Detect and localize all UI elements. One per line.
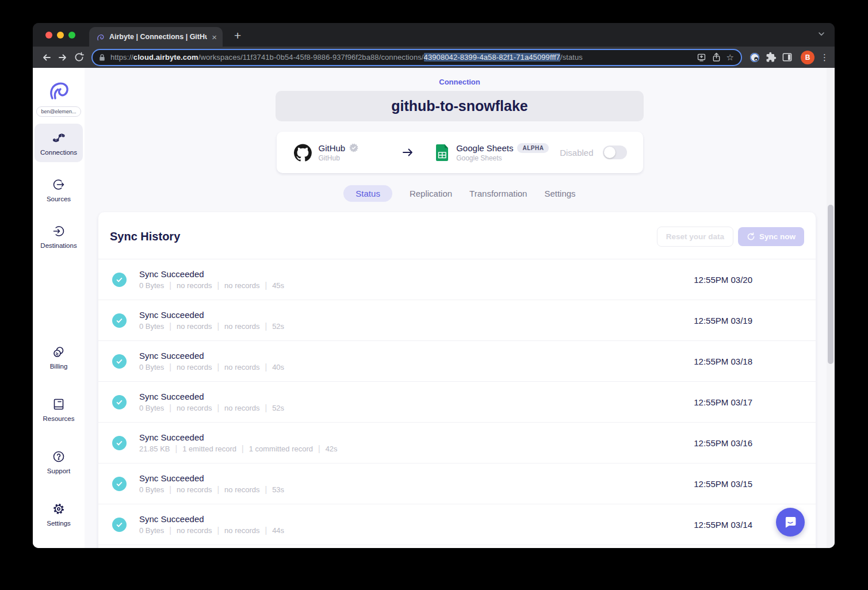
- back-icon[interactable]: [39, 49, 55, 66]
- tab-settings[interactable]: Settings: [544, 185, 575, 202]
- reload-icon[interactable]: [71, 49, 87, 66]
- tab-search-chevron-icon[interactable]: [817, 30, 825, 38]
- sync-row[interactable]: Sync Succeeded 0 Bytes|no records|no rec…: [98, 463, 816, 504]
- sync-row-stats: 0 Bytes|no records|no records|52s: [139, 321, 284, 331]
- browser-tab[interactable]: Airbyte | Connections | GitHub ×: [89, 27, 223, 47]
- alpha-badge: ALPHA: [517, 143, 549, 153]
- sidebar-item-sources[interactable]: Sources: [35, 170, 83, 209]
- sync-row[interactable]: Sync Succeeded 0 Bytes|no records|no rec…: [98, 381, 816, 422]
- sync-row-main: Sync Succeeded 0 Bytes|no records|no rec…: [139, 310, 284, 331]
- sync-success-check-icon: [112, 395, 127, 409]
- sync-row[interactable]: Sync Succeeded 0 Bytes|no records|no rec…: [98, 300, 816, 340]
- source-endpoint[interactable]: GitHub GitHub: [294, 143, 359, 162]
- sync-row-main: Sync Succeeded 21.85 KB|1 emitted record…: [139, 432, 338, 453]
- tab-close-icon[interactable]: ×: [212, 33, 217, 41]
- url-bar[interactable]: https://cloud.airbyte.com/workspaces/11f…: [91, 49, 742, 66]
- destination-endpoint[interactable]: Google Sheets ALPHA Google Sheets: [435, 143, 549, 162]
- sidebar-item-settings[interactable]: Settings: [35, 495, 83, 533]
- sync-stat: 52s: [272, 322, 284, 331]
- sync-stat: no records: [177, 404, 212, 412]
- sync-success-check-icon: [112, 313, 127, 328]
- stat-separator: |: [212, 281, 224, 290]
- sidebar: ben@elemen... Connections Sources Destin…: [33, 68, 85, 548]
- scrollbar-track[interactable]: [827, 68, 835, 548]
- new-tab-button[interactable]: +: [234, 29, 241, 43]
- profile-avatar[interactable]: B: [801, 51, 815, 64]
- share-icon[interactable]: [712, 52, 721, 62]
- github-icon: [294, 144, 312, 162]
- airbyte-favicon-icon: [96, 33, 105, 41]
- sidebar-item-resources[interactable]: Resources: [35, 390, 83, 428]
- zoom-window-button[interactable]: [68, 32, 75, 39]
- sync-stat: 0 Bytes: [139, 485, 164, 494]
- sidebar-item-label: Settings: [47, 520, 71, 527]
- resources-icon: [52, 397, 66, 411]
- extensions-puzzle-icon[interactable]: [763, 49, 779, 66]
- chat-widget-button[interactable]: [776, 508, 805, 537]
- sidebar-item-destinations[interactable]: Destinations: [35, 217, 83, 255]
- sync-stat: 1 emitted record: [182, 445, 236, 453]
- sync-history-header: Sync History Reset your data Sync now: [98, 212, 816, 259]
- tab-transformation[interactable]: Transformation: [469, 185, 527, 202]
- sync-stat: 40s: [272, 363, 284, 371]
- sync-row[interactable]: Sync Succeeded 21.85 KB|1 emitted record…: [98, 422, 816, 463]
- stat-separator: |: [259, 485, 272, 494]
- stat-separator: |: [259, 526, 272, 535]
- arrow-right-icon: [402, 147, 414, 158]
- sync-row-main: Sync Succeeded 0 Bytes|no records|no rec…: [139, 514, 284, 535]
- stat-separator: |: [236, 444, 249, 453]
- sync-stat: no records: [224, 404, 259, 412]
- tab-title: Airbyte | Connections | GitHub: [109, 33, 207, 41]
- close-window-button[interactable]: [45, 32, 52, 39]
- connections-icon: [52, 131, 66, 145]
- sync-row-time: 12:55PM 03/18: [694, 357, 752, 366]
- stat-separator: |: [164, 321, 177, 331]
- support-icon: [52, 450, 66, 463]
- billing-icon: [52, 345, 66, 359]
- sync-row-time: 12:55PM 03/14: [694, 520, 752, 530]
- sidebar-item-support[interactable]: Support: [35, 442, 83, 481]
- bookmark-star-icon[interactable]: ☆: [726, 52, 734, 63]
- sync-row-time: 12:55PM 03/19: [694, 316, 752, 325]
- airbyte-logo[interactable]: [47, 78, 70, 101]
- sidebar-nav: Connections Sources Destinations: [35, 124, 83, 255]
- sync-stat: no records: [177, 281, 212, 290]
- tab-replication[interactable]: Replication: [410, 185, 452, 202]
- sync-history-list: Sync Succeeded 0 Bytes|no records|no rec…: [98, 259, 816, 545]
- sync-history-title: Sync History: [110, 230, 180, 243]
- stat-separator: |: [164, 403, 177, 412]
- stat-separator: |: [164, 485, 177, 494]
- scrollbar-thumb[interactable]: [828, 205, 833, 364]
- minimize-window-button[interactable]: [57, 32, 64, 39]
- sidebar-item-connections[interactable]: Connections: [35, 124, 83, 162]
- sync-stat: no records: [177, 526, 212, 535]
- workspace-badge[interactable]: ben@elemen...: [36, 106, 81, 117]
- extension-badge-icon[interactable]: [747, 49, 763, 66]
- sidebar-item-billing[interactable]: Billing: [35, 338, 83, 376]
- tab-status[interactable]: Status: [343, 185, 392, 202]
- lock-icon: [98, 53, 106, 62]
- stat-separator: |: [259, 362, 272, 371]
- sync-success-check-icon: [112, 518, 127, 532]
- sync-row[interactable]: Sync Succeeded 0 Bytes|no records|no rec…: [98, 340, 816, 381]
- stat-separator: |: [259, 281, 272, 290]
- sync-stat: 0 Bytes: [139, 526, 164, 535]
- install-app-icon[interactable]: [697, 52, 706, 62]
- forward-icon[interactable]: [55, 49, 71, 66]
- side-panel-icon[interactable]: [779, 49, 795, 66]
- destinations-icon: [52, 224, 66, 238]
- sync-row[interactable]: Sync Succeeded 0 Bytes|no records|no rec…: [98, 504, 816, 545]
- sync-row-status: Sync Succeeded: [139, 514, 284, 524]
- stat-separator: |: [164, 362, 177, 371]
- stat-separator: |: [170, 444, 183, 453]
- settings-gear-icon: [52, 502, 66, 516]
- enabled-toggle[interactable]: [603, 145, 627, 159]
- sync-row[interactable]: Sync Succeeded 0 Bytes|no records|no rec…: [98, 259, 816, 300]
- tab-strip: Airbyte | Connections | GitHub × +: [33, 23, 835, 47]
- reset-data-button[interactable]: Reset your data: [657, 227, 733, 247]
- stat-separator: |: [164, 526, 177, 535]
- connector-card: GitHub GitHub Google Sheets ALPHA: [277, 132, 643, 173]
- sync-now-button[interactable]: Sync now: [738, 227, 804, 246]
- stat-separator: |: [259, 321, 272, 331]
- browser-menu-icon[interactable]: ⋮: [820, 53, 829, 62]
